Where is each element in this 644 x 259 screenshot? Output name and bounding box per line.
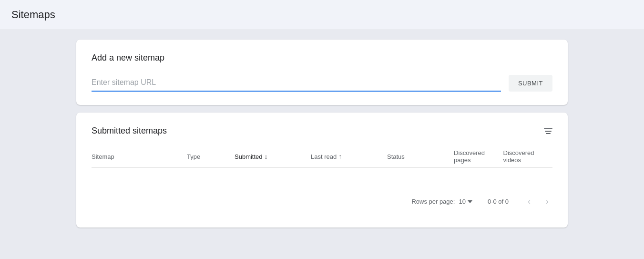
rows-per-page-value: 10	[459, 198, 465, 205]
rows-per-page-control: Rows per page: 10	[411, 198, 472, 205]
submitted-sitemaps-title: Submitted sitemaps	[92, 126, 167, 136]
col-last-read-label: Last read	[311, 153, 337, 160]
rows-per-page-chevron-icon	[468, 200, 472, 203]
submit-button[interactable]: SUBMIT	[509, 75, 552, 92]
col-last-read[interactable]: Last read ↑	[311, 149, 387, 164]
page-title-bar: Sitemaps	[0, 0, 644, 30]
sitemaps-table: Sitemap Type Submitted ↓ Last read ↑	[92, 145, 552, 214]
col-status[interactable]: Status	[387, 149, 454, 164]
last-read-sort-asc-icon: ↑	[338, 153, 342, 160]
col-discovered-pages[interactable]: Discovered pages	[454, 149, 503, 164]
rows-per-page-select[interactable]: 10	[459, 198, 472, 205]
next-page-button[interactable]: ›	[542, 195, 552, 208]
rows-count-label: 0-0 of 0	[488, 198, 509, 205]
table-body	[92, 172, 552, 181]
add-sitemap-card: Add a new sitemap SUBMIT	[76, 40, 568, 105]
submitted-sitemaps-card: Submitted sitemaps Sitemap Type	[76, 113, 568, 228]
col-discovered-videos-label: Discovered videos	[503, 149, 553, 164]
rows-per-page-label: Rows per page:	[411, 198, 455, 205]
submitted-sort-desc-icon: ↓	[265, 153, 268, 160]
col-type-label: Type	[187, 153, 200, 160]
sitemap-input-wrapper	[92, 74, 501, 92]
prev-page-button[interactable]: ‹	[524, 195, 534, 208]
page-title: Sitemaps	[11, 9, 633, 21]
col-discovered-videos[interactable]: Discovered videos	[503, 149, 553, 164]
content-area: Add a new sitemap SUBMIT Submitted sitem…	[0, 30, 644, 237]
table-footer: Rows per page: 10 0-0 of 0 ‹ ›	[92, 189, 552, 214]
submitted-card-header: Submitted sitemaps	[92, 126, 552, 136]
col-submitted-label: Submitted	[235, 153, 263, 160]
col-discovered-pages-label: Discovered pages	[454, 149, 503, 164]
col-status-label: Status	[387, 153, 405, 160]
col-sitemap-label: Sitemap	[92, 153, 114, 160]
add-sitemap-title: Add a new sitemap	[92, 53, 552, 63]
col-type[interactable]: Type	[187, 149, 235, 164]
col-sitemap[interactable]: Sitemap	[92, 149, 187, 164]
filter-icon[interactable]	[544, 128, 552, 134]
add-sitemap-form: SUBMIT	[92, 74, 552, 92]
table-header-row: Sitemap Type Submitted ↓ Last read ↑	[92, 145, 552, 168]
sitemap-url-input[interactable]	[92, 74, 501, 92]
page-wrapper: Sitemaps Add a new sitemap SUBMIT Submit…	[0, 0, 644, 259]
col-submitted[interactable]: Submitted ↓	[235, 149, 311, 164]
